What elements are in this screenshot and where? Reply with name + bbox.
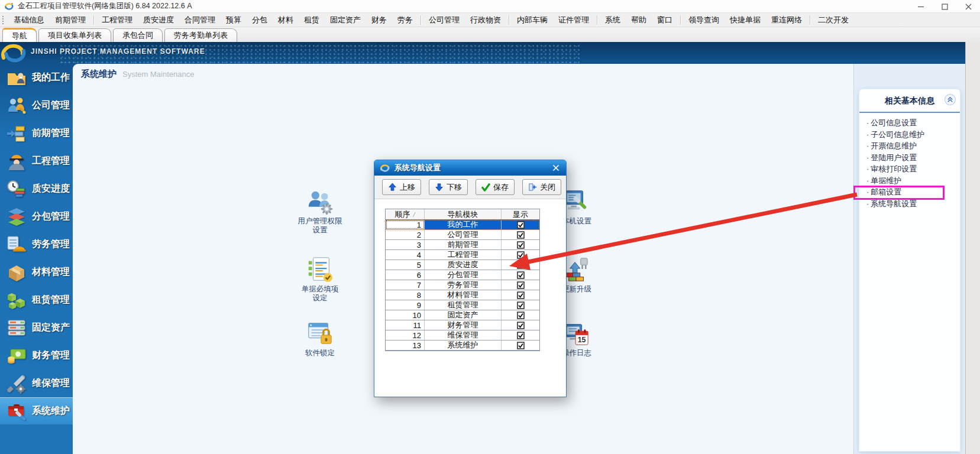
visible-checkbox[interactable] xyxy=(502,290,539,300)
table-row[interactable]: 12维保管理 xyxy=(386,330,539,340)
menu-item-工程管理[interactable]: 工程管理 xyxy=(96,13,138,27)
panel-item-label: 开票信息维护 xyxy=(871,141,917,150)
column-header-visible[interactable]: 显示 xyxy=(502,209,539,219)
table-row[interactable]: 5质安进度 xyxy=(386,260,539,270)
sidebar-item-质安进度[interactable]: 质安进度 xyxy=(0,175,73,203)
table-row[interactable]: 10固定资产 xyxy=(386,310,539,320)
table-row[interactable]: 8材料管理 xyxy=(386,290,539,300)
panel-item-label: 公司信息设置 xyxy=(871,118,917,127)
关闭-button[interactable]: 关闭 xyxy=(522,179,561,195)
subcontract-icon xyxy=(7,207,27,227)
上移-button[interactable]: 上移 xyxy=(382,179,421,195)
menu-item-基础信息[interactable]: 基础信息 xyxy=(8,13,50,27)
下移-button[interactable]: 下移 xyxy=(429,179,468,195)
sidebar-item-租赁管理[interactable]: 租赁管理 xyxy=(0,286,73,314)
menu-item-行政物资[interactable]: 行政物资 xyxy=(465,13,506,27)
table-row[interactable]: 9租赁管理 xyxy=(386,300,539,310)
menu-item-合同管理[interactable]: 合同管理 xyxy=(179,13,221,27)
visible-checkbox[interactable] xyxy=(502,330,539,340)
table-row[interactable]: 6分包管理 xyxy=(386,270,539,280)
visible-checkbox[interactable] xyxy=(502,280,539,290)
table-row[interactable]: 11财务管理 xyxy=(386,320,539,330)
dialog-close-icon[interactable] xyxy=(551,163,561,173)
menu-item-分包[interactable]: 分包 xyxy=(247,13,273,27)
sidebar-item-劳务管理[interactable]: 劳务管理 xyxy=(0,231,73,258)
sidebar-item-label: 我的工作 xyxy=(32,72,70,84)
module-cell: 工程管理 xyxy=(425,250,502,260)
visible-checkbox[interactable] xyxy=(502,230,539,239)
menu-item-重连网络[interactable]: 重连网络 xyxy=(766,13,807,27)
panel-item-登陆用户设置[interactable]: ·登陆用户设置 xyxy=(866,152,960,164)
menu-item-前期管理[interactable]: 前期管理 xyxy=(50,13,91,27)
tab-劳务考勤单列表[interactable]: 劳务考勤单列表 xyxy=(164,28,237,42)
tab-承包合同[interactable]: 承包合同 xyxy=(113,28,163,42)
sidebar-item-材料管理[interactable]: 材料管理 xyxy=(0,258,73,286)
maximize-icon[interactable] xyxy=(933,0,956,13)
table-row[interactable]: 2公司管理 xyxy=(386,230,539,240)
menu-item-质安进度[interactable]: 质安进度 xyxy=(138,13,179,27)
menu-item-快捷单据[interactable]: 快捷单据 xyxy=(725,13,766,27)
sidebar-item-固定资产[interactable]: 固定资产 xyxy=(0,314,73,342)
desktop-icon-单据必填项设定[interactable]: 单据必填项设定 xyxy=(284,256,355,303)
sidebar-item-我的工作[interactable]: 我的工作 xyxy=(0,64,73,92)
panel-item-子公司信息维护[interactable]: ·子公司信息维护 xyxy=(866,129,960,141)
panel-item-邮箱设置[interactable]: ·邮箱设置 xyxy=(866,186,960,198)
panel-item-单据维护[interactable]: ·单据维护 xyxy=(866,175,960,187)
visible-checkbox[interactable] xyxy=(502,310,539,320)
menu-item-证件管理[interactable]: 证件管理 xyxy=(553,13,594,27)
menu-item-领导查询[interactable]: 领导查询 xyxy=(683,13,725,27)
right-edge-strip[interactable] xyxy=(965,42,980,454)
desktop-icon-label: 设置 xyxy=(284,226,355,235)
visible-checkbox[interactable] xyxy=(502,320,539,330)
dialog-title-bar[interactable]: 系统导航设置 xyxy=(374,160,566,176)
visible-checkbox[interactable] xyxy=(502,270,539,280)
quality-progress-icon xyxy=(7,179,27,199)
visible-checkbox[interactable] xyxy=(502,240,539,249)
visible-checkbox[interactable] xyxy=(502,250,539,260)
保存-button[interactable]: 保存 xyxy=(476,179,515,195)
sidebar-item-系统维护[interactable]: 系统维护 xyxy=(0,397,73,425)
table-row[interactable]: 3前期管理 xyxy=(386,240,539,250)
sidebar-item-公司管理[interactable]: 公司管理 xyxy=(0,92,73,119)
table-row[interactable]: 7劳务管理 xyxy=(386,280,539,290)
visible-checkbox[interactable] xyxy=(502,220,539,229)
tab-导航[interactable]: 导航 xyxy=(2,28,37,42)
column-header-order[interactable]: 顺序/ xyxy=(386,209,425,219)
sidebar-item-维保管理[interactable]: 维保管理 xyxy=(0,369,73,397)
panel-item-审核打印设置[interactable]: ·审核打印设置 xyxy=(866,163,960,175)
menu-item-预算[interactable]: 预算 xyxy=(221,13,247,27)
menu-item-租赁[interactable]: 租赁 xyxy=(299,13,325,27)
menu-item-公司管理[interactable]: 公司管理 xyxy=(423,13,465,27)
menu-grip-handle[interactable] xyxy=(2,15,5,25)
table-row[interactable]: 4工程管理 xyxy=(386,250,539,260)
menu-item-固定资产[interactable]: 固定资产 xyxy=(325,13,366,27)
menu-item-系统[interactable]: 系统 xyxy=(600,13,626,27)
desktop-icon-软件锁定[interactable]: 软件锁定 xyxy=(284,320,355,358)
minimize-icon[interactable] xyxy=(909,0,933,13)
menu-item-劳务[interactable]: 劳务 xyxy=(392,13,418,27)
menu-item-财务[interactable]: 财务 xyxy=(366,13,392,27)
visible-checkbox[interactable] xyxy=(502,300,539,310)
panel-item-公司信息设置[interactable]: ·公司信息设置 xyxy=(866,117,960,129)
tab-项目收集单列表[interactable]: 项目收集单列表 xyxy=(38,28,111,42)
sidebar-item-工程管理[interactable]: 工程管理 xyxy=(0,147,73,175)
table-row[interactable]: 1我的工作 xyxy=(386,220,539,230)
visible-checkbox[interactable] xyxy=(502,260,539,270)
menu-item-材料[interactable]: 材料 xyxy=(273,13,299,27)
close-icon[interactable] xyxy=(956,0,980,13)
table-row[interactable]: 13系统维护 xyxy=(386,340,539,351)
collapse-panel-icon[interactable] xyxy=(945,94,956,105)
panel-item-系统导航设置[interactable]: ·系统导航设置 xyxy=(866,198,960,210)
menu-item-二次开发[interactable]: 二次开发 xyxy=(813,13,854,27)
menu-item-内部车辆[interactable]: 内部车辆 xyxy=(512,13,553,27)
desktop-icon-用户管理权限设置[interactable]: 用户管理权限设置 xyxy=(284,188,355,235)
sidebar-item-财务管理[interactable]: 财务管理 xyxy=(0,342,73,369)
sidebar-item-分包管理[interactable]: 分包管理 xyxy=(0,203,73,231)
panel-item-开票信息维护[interactable]: ·开票信息维护 xyxy=(866,140,960,152)
menu-item-窗口[interactable]: 窗口 xyxy=(652,13,678,27)
column-header-module[interactable]: 导航模块 xyxy=(425,209,502,219)
menu-item-帮助[interactable]: 帮助 xyxy=(626,13,652,27)
sidebar-item-前期管理[interactable]: 前期管理 xyxy=(0,119,73,147)
dialog-logo-icon xyxy=(380,163,390,173)
visible-checkbox[interactable] xyxy=(502,340,539,350)
